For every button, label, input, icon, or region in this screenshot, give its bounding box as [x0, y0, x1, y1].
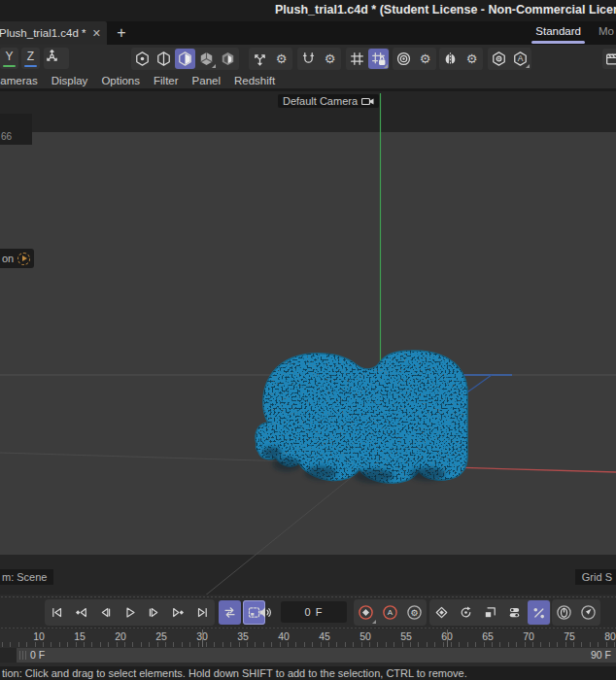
- axis-lock-y-button[interactable]: Y: [0, 48, 18, 69]
- key-position-button[interactable]: [430, 600, 453, 625]
- plush-mesh-object[interactable]: [256, 351, 467, 483]
- document-tab[interactable]: Plush_trial1.c4d * ✕: [0, 21, 107, 45]
- texture-mode-button[interactable]: [218, 49, 238, 69]
- gear-icon: ⚙: [325, 52, 336, 65]
- edges-mode-icon: [155, 51, 172, 67]
- current-frame-field[interactable]: 0 F: [281, 601, 347, 623]
- modeling-axis-button[interactable]: [250, 49, 270, 69]
- orbit-mode-button[interactable]: [577, 600, 599, 625]
- goto-start-button[interactable]: [46, 600, 68, 625]
- edges-mode-button[interactable]: [154, 49, 174, 69]
- solo-hexagon-button[interactable]: [489, 49, 509, 69]
- modeling-axis-settings-button[interactable]: ⚙: [271, 49, 291, 69]
- render-view-button[interactable]: [602, 49, 616, 69]
- sound-button[interactable]: [254, 600, 276, 625]
- ruler-label: 40: [275, 630, 292, 642]
- symmetry-settings-button[interactable]: ⚙: [462, 49, 482, 69]
- snap-magnet-button[interactable]: [298, 49, 319, 69]
- layout-tab-model[interactable]: Mo: [599, 25, 614, 37]
- solo-hexagon-icon: [491, 51, 507, 67]
- annotate-button[interactable]: A: [510, 49, 530, 69]
- menu-panel[interactable]: Panel: [192, 75, 221, 86]
- next-key-button[interactable]: [167, 600, 189, 625]
- points-mode-icon: [134, 51, 151, 67]
- play-icon: [122, 605, 137, 620]
- submenu-corner: [384, 64, 388, 68]
- symmetry-button[interactable]: [440, 49, 461, 69]
- snap-settings-button[interactable]: ⚙: [320, 49, 340, 69]
- cycle-icon: [459, 605, 473, 620]
- target-icon: [395, 51, 412, 67]
- prev-frame-icon: [98, 605, 113, 620]
- target-button[interactable]: [394, 49, 414, 69]
- grid-group: [346, 48, 390, 70]
- playback-group: [45, 599, 215, 626]
- timeline-ruler[interactable]: 101520253035404550556065707580: [0, 629, 616, 648]
- component-mode-group: [131, 48, 239, 70]
- polygons-mode-button[interactable]: [175, 49, 195, 69]
- ruler-label: 70: [520, 630, 537, 642]
- viewport-menu-bar: Cameras Display Options Filter Panel Red…: [0, 72, 616, 89]
- new-tab-button[interactable]: +: [111, 22, 132, 44]
- target-settings-button[interactable]: ⚙: [415, 49, 435, 69]
- workplane-grid-button[interactable]: [347, 49, 367, 69]
- ruler-label: 15: [71, 630, 88, 642]
- key-pla-button[interactable]: [528, 600, 550, 625]
- axis-lock-z-label: Z: [27, 50, 34, 63]
- menu-options[interactable]: Options: [101, 75, 140, 86]
- key-parameter-button[interactable]: [503, 600, 526, 625]
- goto-start-icon: [50, 605, 64, 620]
- toggle-switches-icon: [507, 605, 522, 620]
- camera-icon: [361, 96, 374, 107]
- axis-arrows-icon: [252, 51, 268, 67]
- svg-text:⚙: ⚙: [410, 608, 418, 618]
- symmetry-group: ⚙: [439, 48, 483, 70]
- ruler-minor-ticks: [2, 642, 616, 647]
- keying-group: [429, 599, 551, 626]
- menu-display[interactable]: Display: [51, 75, 88, 86]
- close-icon[interactable]: ✕: [92, 27, 101, 40]
- menu-filter[interactable]: Filter: [154, 75, 179, 86]
- preview-range-bar[interactable]: 0 F 90 F: [0, 648, 616, 663]
- mouse-icon: [556, 604, 572, 621]
- keyframe-settings-button[interactable]: ⚙: [403, 600, 426, 625]
- range-start-grip[interactable]: [19, 651, 27, 660]
- snap-group: ⚙: [297, 48, 341, 70]
- symmetry-icon: [442, 51, 459, 67]
- play-button[interactable]: [119, 600, 141, 625]
- svg-text:A: A: [518, 53, 524, 63]
- goto-end-button[interactable]: [191, 600, 214, 625]
- model-mode-button[interactable]: [196, 49, 217, 69]
- key-diamond-icon: [434, 605, 449, 620]
- axis-lock-z-button[interactable]: Z: [21, 48, 40, 69]
- next-frame-button[interactable]: [143, 600, 165, 625]
- target-group: ⚙: [393, 48, 436, 70]
- record-keyframe-button[interactable]: [355, 600, 377, 625]
- camera-label[interactable]: Default Camera: [278, 94, 379, 108]
- title-bar: Plush_trial1.c4d * (Student License - No…: [0, 0, 616, 21]
- goto-end-icon: [195, 605, 210, 620]
- ruler-label: 65: [479, 630, 496, 642]
- mouse-mode-button[interactable]: [553, 600, 575, 625]
- ruler-label: 10: [30, 630, 48, 642]
- prev-key-button[interactable]: [70, 600, 92, 625]
- application-window: Plush_trial1.c4d * (Student License - No…: [0, 0, 616, 680]
- menu-cameras[interactable]: Cameras: [0, 75, 38, 86]
- layout-tab-standard[interactable]: Standard: [535, 25, 581, 37]
- axis-modification-button[interactable]: [44, 48, 69, 69]
- hud-grid-text: Grid S: [582, 571, 612, 583]
- key-rotation-button[interactable]: [455, 600, 477, 625]
- loop-playback-button[interactable]: [219, 600, 241, 625]
- document-tab-bar: Plush_trial1.c4d * ✕ + Standard Mo: [0, 21, 616, 45]
- points-mode-button[interactable]: [132, 49, 153, 69]
- key-scale-button[interactable]: [479, 600, 501, 625]
- svg-text:A: A: [388, 608, 394, 617]
- hud-animation-indicator[interactable]: on: [0, 249, 34, 268]
- quantize-button[interactable]: [368, 49, 389, 69]
- viewport-3d[interactable]: Default Camera 66 on m: Scene Grid S: [0, 89, 616, 595]
- prev-frame-button[interactable]: [94, 600, 117, 625]
- submenu-corner: [372, 620, 376, 624]
- menu-redshift[interactable]: Redshift: [234, 75, 275, 86]
- autokey-button[interactable]: A: [379, 600, 401, 625]
- range-bar-track[interactable]: [17, 648, 616, 663]
